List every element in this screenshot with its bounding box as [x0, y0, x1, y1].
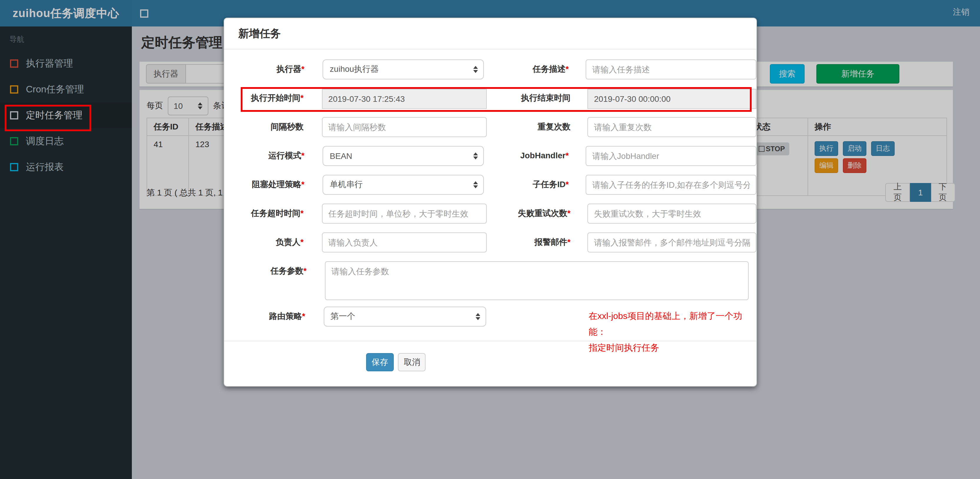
feature-note-line1: 在xxl-jobs项目的基础上，新增了一个功能：: [589, 308, 756, 339]
retry-label: 失败重试次数*: [487, 204, 571, 224]
executor-label: 执行器*: [224, 59, 305, 80]
job-desc-label: 任务描述*: [484, 59, 569, 80]
start-time-input[interactable]: [322, 89, 487, 109]
select-arrows-icon: [473, 66, 478, 73]
repeat-input[interactable]: [588, 117, 756, 137]
executor-select-value: zuihou执行器: [330, 64, 379, 75]
feature-note: 在xxl-jobs项目的基础上，新增了一个功能： 指定时间执行任务: [589, 307, 756, 326]
add-job-form: 执行器* zuihou执行器 任务描述* 执行开始时间* 执行结束时间 间隔秒数…: [224, 49, 756, 371]
repeat-label: 重复次数: [487, 117, 571, 137]
note-spacer: [486, 307, 572, 326]
save-button[interactable]: 保存: [366, 353, 394, 371]
retry-input[interactable]: [588, 204, 756, 224]
select-arrows-icon: [476, 313, 480, 320]
block-strategy-label: 阻塞处理策略*: [224, 175, 305, 195]
route-strategy-label: 路由策略*: [224, 307, 305, 326]
run-mode-label: 运行模式*: [224, 146, 305, 166]
timeout-label: 任务超时时间*: [224, 204, 304, 224]
block-strategy-select[interactable]: 单机串行: [323, 175, 484, 195]
end-time-input[interactable]: [588, 89, 756, 109]
run-mode-select-value: BEAN: [330, 151, 352, 161]
route-strategy-select-value: 第一个: [331, 311, 355, 322]
end-time-label: 执行结束时间: [487, 88, 571, 108]
owner-label: 负责人*: [224, 232, 304, 253]
job-desc-input[interactable]: [586, 59, 756, 80]
route-strategy-select[interactable]: 第一个: [323, 307, 486, 326]
child-job-label: 子任务ID*: [484, 175, 569, 195]
job-handler-label: JobHandler*: [484, 146, 569, 166]
child-job-input[interactable]: [586, 175, 756, 195]
job-params-label: 任务参数*: [224, 261, 307, 298]
add-job-modal: 新增任务 执行器* zuihou执行器 任务描述* 执行开始时间* 执行结束时间…: [224, 18, 757, 387]
modal-title: 新增任务: [239, 27, 281, 41]
block-strategy-select-value: 单机串行: [330, 180, 363, 190]
alarm-email-input[interactable]: [588, 232, 756, 253]
job-handler-input[interactable]: [586, 146, 756, 166]
start-time-label: 执行开始时间*: [224, 88, 304, 108]
interval-input[interactable]: [322, 117, 487, 137]
feature-note-line2: 指定时间执行任务: [589, 339, 756, 355]
cancel-button[interactable]: 取消: [398, 353, 426, 371]
timeout-input[interactable]: [322, 204, 487, 224]
run-mode-select[interactable]: BEAN: [323, 146, 484, 166]
interval-label: 间隔秒数: [224, 117, 304, 137]
select-arrows-icon: [473, 181, 478, 188]
modal-header: 新增任务: [224, 18, 756, 49]
owner-input[interactable]: [322, 232, 487, 253]
app-viewport: zuihou任务调度中心 注销 导航 执行器管理 Cron任务管理 定时任务管理…: [0, 0, 980, 479]
select-arrows-icon: [473, 153, 478, 159]
alarm-email-label: 报警邮件*: [487, 232, 571, 253]
executor-select[interactable]: zuihou执行器: [323, 59, 484, 80]
job-params-textarea[interactable]: [325, 261, 749, 300]
